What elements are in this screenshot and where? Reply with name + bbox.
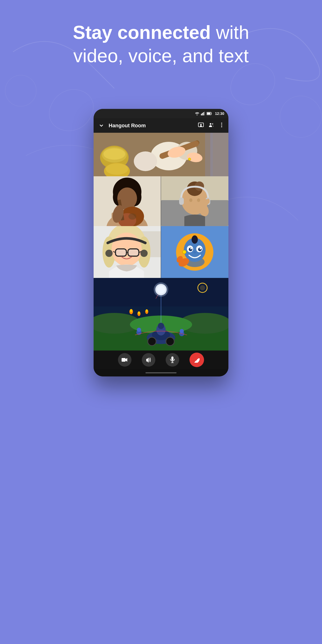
hero-text: Stay connected with video, voice, and te… [0,21,322,67]
svg-point-9 [200,124,202,125]
svg-point-26 [106,163,128,175]
svg-rect-4 [203,112,204,115]
svg-rect-5 [204,112,205,115]
home-indicator-bar [145,372,177,373]
hero-line2: video, voice, and text [73,45,249,66]
svg-point-82 [190,248,192,249]
svg-point-57 [207,199,210,204]
end-call-button[interactable] [190,353,204,367]
app-header: Hangout Room [94,118,228,133]
svg-point-101 [200,285,205,290]
battery-icon [207,112,212,115]
svg-rect-118 [122,358,125,362]
phone-mockup: 12:30 Hangout Room [94,109,228,376]
video-cell-headphones [161,176,228,226]
video-cell-glasses [94,226,161,278]
video-cell-guitar [94,176,161,226]
svg-point-51 [189,198,192,202]
header-actions [198,122,225,129]
svg-point-43 [129,213,136,220]
controls-bar [94,351,228,369]
audio-toggle-button[interactable] [142,353,155,367]
svg-point-77 [193,235,197,240]
participants-button[interactable] [208,122,214,129]
svg-point-11 [212,123,213,124]
svg-point-117 [180,329,184,333]
svg-point-110 [148,337,156,346]
svg-point-12 [221,123,222,124]
svg-point-0 [5,75,36,106]
video-row-middle [94,176,228,226]
svg-point-84 [193,251,196,254]
svg-point-1 [280,96,321,137]
svg-point-29 [188,158,191,160]
video-row-bottom [94,226,228,278]
room-name-label: Hangout Room [109,123,195,129]
more-options-button[interactable] [219,122,225,129]
phone-screen: 12:30 Hangout Room [94,109,228,376]
back-button[interactable] [97,121,106,130]
svg-rect-30 [210,133,228,176]
svg-point-18 [134,151,157,171]
svg-point-111 [166,337,174,346]
svg-rect-69 [129,249,138,256]
svg-rect-2 [201,114,202,115]
svg-point-71 [141,250,148,257]
hero-rest: with [211,22,249,43]
video-cell-avatar [161,226,228,278]
signal-icon [201,112,205,115]
svg-rect-3 [202,113,203,115]
svg-rect-7 [207,113,211,115]
svg-point-99 [154,282,168,297]
svg-point-83 [200,248,201,249]
status-time: 12:30 [215,111,224,116]
wifi-icon [195,112,199,115]
svg-point-10 [210,123,211,125]
svg-point-105 [138,311,140,314]
svg-point-113 [158,323,164,329]
svg-rect-53 [179,198,184,205]
svg-rect-119 [171,356,173,361]
svg-rect-68 [116,249,126,256]
video-toggle-button[interactable] [118,353,131,367]
video-cell-game [94,278,228,351]
mic-toggle-button[interactable] [166,353,179,367]
svg-point-115 [137,328,141,332]
svg-point-103 [130,309,132,312]
screen-share-button[interactable] [198,122,204,129]
svg-point-107 [146,309,148,312]
svg-point-85 [183,250,186,254]
svg-point-70 [106,250,113,257]
svg-point-13 [221,124,222,125]
status-bar: 12:30 [94,109,228,118]
video-grid [94,133,228,351]
video-cell-cooking [94,133,228,176]
svg-point-24 [103,148,125,160]
svg-point-52 [197,198,200,202]
home-indicator [94,369,228,376]
svg-point-14 [221,126,222,127]
svg-rect-31 [205,133,213,176]
hero-bold: Stay connected [73,22,211,43]
